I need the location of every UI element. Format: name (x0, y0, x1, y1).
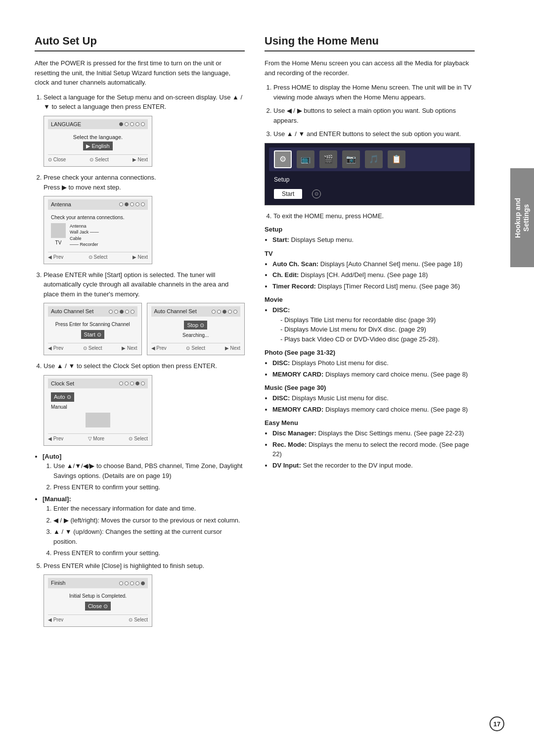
left-step-4: Use ▲ / ▼ to select the Clock Set option… (44, 361, 245, 446)
subsection-setup-label: Setup (265, 226, 475, 233)
page-number: 17 (490, 716, 504, 731)
right-step-4: To exit the HOME menu, press HOME. (273, 211, 475, 221)
right-step-3: Use ▲ / ▼ and ENTER buttons to select th… (273, 129, 475, 139)
right-step-1: Press HOME to display the Home Menu scre… (273, 83, 475, 102)
music-memory-card: MEMORY CARD: Displays memory card choice… (272, 405, 475, 415)
easy-disc-manager: Disc Manager: Displays the Disc Settings… (272, 428, 475, 438)
home-menu-icons-row: ⚙ 📺 🎬 📷 🎵 📋 (269, 147, 470, 171)
side-tab-label: Hookup andSettings (514, 198, 531, 238)
right-step4-list: To exit the HOME menu, press HOME. (273, 211, 475, 221)
hm-music-icon: 🎵 (365, 150, 383, 168)
left-step-3-text: Please ENTER while [Start] option is sel… (44, 271, 228, 298)
hm-easy-icon: 📋 (388, 150, 405, 168)
photo-items: DISC: Displays Photo List menu for disc.… (272, 358, 475, 379)
dot-5 (141, 122, 145, 126)
easy-dv-input: DV Input: Set the recorder to the DV inp… (272, 461, 475, 471)
right-section-title: Using the Home Menu (265, 35, 475, 51)
dot-1 (119, 122, 123, 126)
photo-memory-card: MEMORY CARD: Displays memory card choice… (272, 370, 475, 379)
left-step-2: Prese check your antenna connections.Pre… (44, 173, 245, 264)
easy-rec-mode: Rec. Mode: Displays the menu to select t… (272, 440, 475, 459)
dot-4 (135, 122, 139, 126)
language-screen: LANGUAGE Select the language. ▶ (44, 116, 152, 167)
dual-channel-screens: Auto Channel Set Press En (44, 303, 245, 355)
left-steps-list: Select a language for the Setup menu and… (44, 93, 245, 446)
tv-auto-scan: Auto Ch. Scan: Displays [Auto Channel Se… (272, 259, 475, 269)
right-steps-list: Press HOME to display the Home Menu scre… (273, 83, 475, 139)
music-disc: DISC: Displays Music List menu for disc. (272, 393, 475, 403)
left-step-4-text: Use ▲ / ▼ to select the Clock Set option… (44, 362, 217, 370)
antenna-screen: Antenna Check your antenna connections. (44, 196, 152, 264)
auto-channel-screen-a: Auto Channel Set Press En (44, 303, 142, 355)
movie-disc-item: DISC: Displays Title List menu for recor… (272, 305, 475, 344)
hm-movie-icon: 🎬 (319, 150, 337, 168)
photo-disc: DISC: Displays Photo List menu for disc. (272, 358, 475, 368)
hm-setup-label: Setup (274, 176, 289, 183)
language-screen-dots (119, 122, 145, 126)
finish-screen: Finish Initial Setup is Completed. (44, 574, 152, 627)
right-intro: From the Home Menu screen you can access… (265, 58, 475, 78)
tv-items: Auto Ch. Scan: Displays [Auto Channel Se… (272, 259, 475, 291)
antenna-screen-dots (119, 202, 145, 206)
subsection-easy-menu-label: Easy Menu (265, 419, 475, 426)
easy-menu-items: Disc Manager: Displays the Disc Settings… (272, 428, 475, 470)
dot-2 (125, 122, 129, 126)
antenna-screen-titlebar: Antenna (48, 199, 148, 210)
antenna-screen-content: Check your antenna connections. TV Anten… (48, 212, 148, 250)
dot-3 (130, 122, 134, 126)
right-step-2: Use ◀ / ▶ buttons to select a main optio… (273, 106, 475, 125)
left-step-5-list: Press ENTER while [Close] is highlighted… (44, 561, 245, 627)
right-column: Using the Home Menu From the Home Menu s… (265, 35, 499, 633)
home-menu-setup-row: Setup (269, 173, 470, 185)
auto-bullet-list: [Auto] Use ▲/▼/◀/▶ to choose Band, PBS c… (43, 452, 245, 558)
movie-items: DISC: Displays Title List menu for recor… (272, 305, 475, 344)
movie-disc-subitems: Displays Title List menu for recordable … (280, 315, 475, 344)
hm-photo-icon: 📷 (342, 150, 360, 168)
music-items: DISC: Displays Music List menu for disc.… (272, 393, 475, 414)
hm-setup-icon: ⚙ (274, 150, 292, 168)
hm-circle-icon: ⊙ (312, 189, 321, 198)
tv-timer-record: Timer Record: Displays [Timer Record Lis… (272, 282, 475, 291)
subsection-tv-label: TV (265, 250, 475, 257)
subsection-music-label: Music (See page 30) (265, 384, 475, 391)
antenna-screen-nav: ◀ Prev ⊙ Select ▶ Next (48, 252, 148, 261)
left-step-5: Press ENTER while [Close] is highlighted… (44, 561, 245, 627)
home-menu-mockup: ⚙ 📺 🎬 📷 🎵 📋 Setup Start ⊙ (265, 143, 475, 205)
hm-start-button: Start (274, 189, 302, 199)
auto-bullet-item: [Auto] Use ▲/▼/◀/▶ to choose Band, PBS c… (43, 452, 245, 492)
subsection-photo-label: Photo (See page 31-32) (265, 349, 475, 356)
language-screen-nav: ⊙ Close ⊙ Select ▶ Next (48, 154, 148, 163)
setup-start-item: Start: Displays Setup menu. (272, 235, 475, 245)
left-intro: After the POWER is pressed for the first… (35, 58, 245, 88)
language-screen-titlebar: LANGUAGE (48, 119, 148, 130)
left-column: Auto Set Up After the POWER is pressed f… (35, 35, 245, 633)
tv-ch-edit: Ch. Edit: Displays [CH. Add/Del] menu. (… (272, 270, 475, 280)
side-tab: Hookup andSettings (510, 168, 534, 267)
left-step-1: Select a language for the Setup menu and… (44, 93, 245, 167)
auto-channel-screen-b: Auto Channel Set Stop ⊙ (147, 303, 245, 355)
manual-bullet-item: [Manual]: Enter the necessary informatio… (43, 494, 245, 558)
hm-tv-icon: 📺 (297, 150, 314, 168)
left-section-title: Auto Set Up (35, 35, 245, 51)
setup-items: Start: Displays Setup menu. (272, 235, 475, 245)
left-step-3: Please ENTER while [Start] option is sel… (44, 270, 245, 356)
left-step-5-text: Press ENTER while [Close] is highlighted… (44, 562, 204, 569)
clock-set-screen: Clock Set Auto ⊙ Manual (44, 375, 152, 446)
subsection-movie-label: Movie (265, 296, 475, 303)
home-menu-start-row: Start ⊙ (269, 187, 470, 201)
left-step-1-text: Select a language for the Setup menu and… (44, 94, 242, 111)
language-screen-content: Select the language. ▶ English (48, 131, 148, 152)
left-step-2-text: Prese check your antenna connections.Pre… (44, 174, 156, 191)
